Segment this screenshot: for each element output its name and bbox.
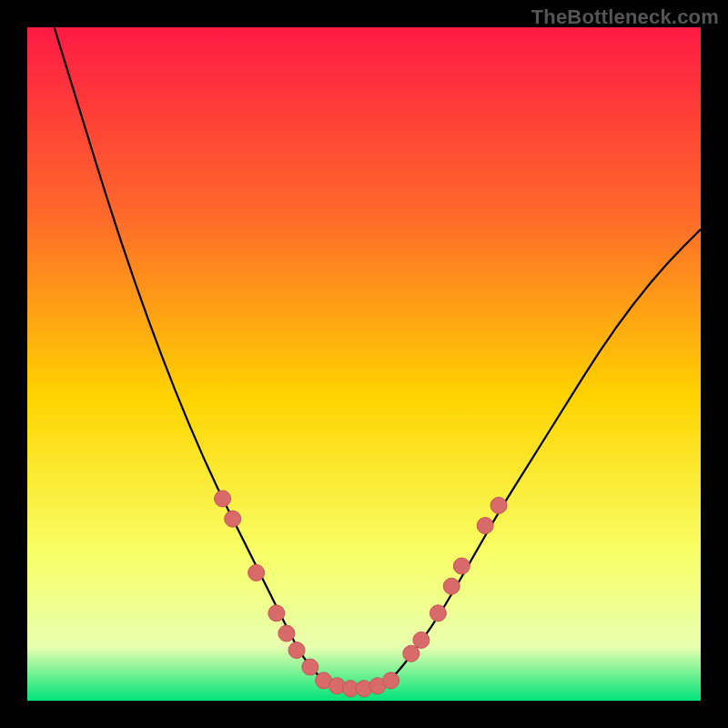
data-marker — [383, 672, 399, 689]
data-marker — [268, 605, 285, 622]
data-marker — [215, 490, 231, 507]
chart-frame: TheBottleneck.com — [0, 0, 728, 728]
data-marker — [403, 645, 420, 662]
plot-svg — [27, 27, 701, 701]
watermark-text: TheBottleneck.com — [531, 5, 719, 29]
data-marker — [477, 518, 493, 534]
data-marker — [278, 625, 295, 642]
data-marker — [248, 564, 265, 581]
data-marker — [443, 578, 460, 594]
data-marker — [288, 642, 305, 659]
data-marker — [302, 659, 318, 675]
plot-area — [27, 27, 701, 701]
data-marker — [413, 632, 430, 648]
data-marker — [453, 558, 470, 574]
data-marker — [490, 497, 507, 513]
data-marker — [430, 605, 446, 622]
gradient-background — [27, 27, 701, 701]
data-marker — [225, 511, 241, 527]
